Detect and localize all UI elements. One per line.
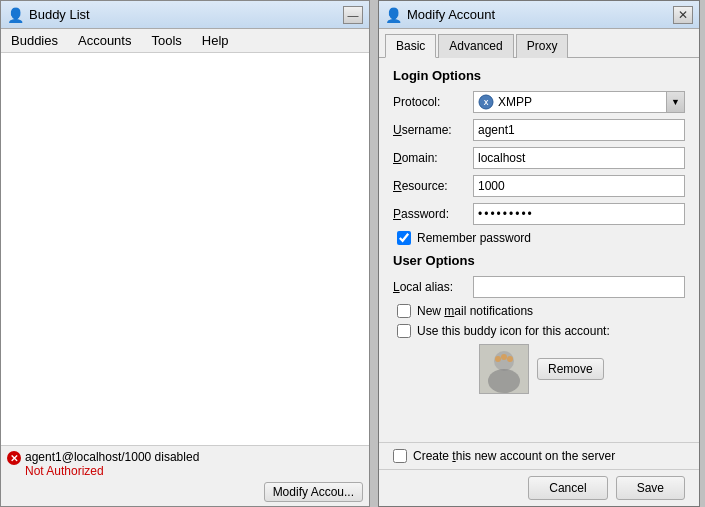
resource-input[interactable] bbox=[473, 175, 685, 197]
protocol-row: Protocol: X XMPP ▼ bbox=[393, 91, 685, 113]
user-options-section: User Options Local alias: New mail notif… bbox=[393, 253, 685, 394]
local-alias-input[interactable] bbox=[473, 276, 685, 298]
cancel-button[interactable]: Cancel bbox=[528, 476, 607, 500]
status-error-icon: ✕ bbox=[7, 451, 21, 465]
tab-bar: Basic Advanced Proxy bbox=[379, 29, 699, 58]
menu-accounts[interactable]: Accounts bbox=[72, 31, 137, 50]
dialog-title: Modify Account bbox=[407, 7, 667, 22]
buddy-list-icon: 👤 bbox=[7, 7, 23, 23]
create-account-checkbox[interactable] bbox=[393, 449, 407, 463]
svg-point-6 bbox=[501, 354, 507, 360]
buddy-icon-label: Use this buddy icon for this account: bbox=[417, 324, 610, 338]
domain-input[interactable] bbox=[473, 147, 685, 169]
password-row: Password: bbox=[393, 203, 685, 225]
login-options-title: Login Options bbox=[393, 68, 685, 83]
svg-point-7 bbox=[507, 356, 513, 362]
minimize-button[interactable]: — bbox=[343, 6, 363, 24]
username-row: Username: bbox=[393, 119, 685, 141]
save-button[interactable]: Save bbox=[616, 476, 685, 500]
password-input[interactable] bbox=[473, 203, 685, 225]
buddy-icon-image bbox=[480, 345, 528, 393]
menu-tools[interactable]: Tools bbox=[145, 31, 187, 50]
local-alias-label: Local alias: bbox=[393, 280, 473, 294]
protocol-label: Protocol: bbox=[393, 95, 473, 109]
mail-notifications-label: New mail notifications bbox=[417, 304, 533, 318]
domain-label: Domain: bbox=[393, 151, 473, 165]
tab-proxy[interactable]: Proxy bbox=[516, 34, 569, 58]
menu-buddies[interactable]: Buddies bbox=[5, 31, 64, 50]
username-input[interactable] bbox=[473, 119, 685, 141]
buddy-icon-row: Use this buddy icon for this account: bbox=[397, 324, 685, 338]
protocol-select[interactable]: X XMPP ▼ bbox=[473, 91, 685, 113]
resource-label: Resource: bbox=[393, 179, 473, 193]
modify-account-button[interactable]: Modify Accou... bbox=[264, 482, 363, 502]
svg-text:X: X bbox=[484, 99, 489, 106]
buddy-icon-preview bbox=[479, 344, 529, 394]
resource-row: Resource: bbox=[393, 175, 685, 197]
svg-point-5 bbox=[495, 356, 501, 362]
menubar: Buddies Accounts Tools Help bbox=[1, 29, 369, 53]
menu-help[interactable]: Help bbox=[196, 31, 235, 50]
buddy-status: ✕ agent1@localhost/1000 disabled Not Aut… bbox=[7, 450, 363, 478]
buddy-status-text: agent1@localhost/1000 disabled bbox=[25, 450, 199, 464]
buddy-list-titlebar: 👤 Buddy List — bbox=[1, 1, 369, 29]
remove-buddy-icon-button[interactable]: Remove bbox=[537, 358, 604, 380]
buddy-list-window: 👤 Buddy List — Buddies Accounts Tools He… bbox=[0, 0, 370, 507]
username-label: Username: bbox=[393, 123, 473, 137]
user-options-title: User Options bbox=[393, 253, 685, 268]
protocol-value: XMPP bbox=[498, 95, 532, 109]
tab-basic[interactable]: Basic bbox=[385, 34, 436, 58]
dialog-title-icon: 👤 bbox=[385, 7, 401, 23]
tab-advanced[interactable]: Advanced bbox=[438, 34, 513, 58]
not-authorized-text: Not Authorized bbox=[25, 464, 199, 478]
password-label: Password: bbox=[393, 207, 473, 221]
mail-notifications-checkbox[interactable] bbox=[397, 304, 411, 318]
remember-password-label: Remember password bbox=[417, 231, 531, 245]
dialog-body: Login Options Protocol: X XMPP ▼ Usernam… bbox=[379, 58, 699, 442]
create-account-row: Create this new account on the server bbox=[379, 442, 699, 469]
remember-password-checkbox[interactable] bbox=[397, 231, 411, 245]
dialog-titlebar: 👤 Modify Account ✕ bbox=[379, 1, 699, 29]
xmpp-icon: X bbox=[478, 94, 494, 110]
buddy-icon-area: Remove bbox=[479, 344, 685, 394]
mail-notifications-row: New mail notifications bbox=[397, 304, 685, 318]
svg-point-4 bbox=[488, 369, 520, 393]
create-account-label: Create this new account on the server bbox=[413, 449, 615, 463]
modify-account-dialog: 👤 Modify Account ✕ Basic Advanced Proxy … bbox=[378, 0, 700, 507]
protocol-dropdown-arrow[interactable]: ▼ bbox=[666, 92, 684, 112]
dialog-buttons: Cancel Save bbox=[379, 469, 699, 506]
close-button[interactable]: ✕ bbox=[673, 6, 693, 24]
buddy-list-footer: ✕ agent1@localhost/1000 disabled Not Aut… bbox=[1, 445, 369, 506]
domain-row: Domain: bbox=[393, 147, 685, 169]
buddy-list-title: Buddy List bbox=[29, 7, 337, 22]
buddy-icon-checkbox[interactable] bbox=[397, 324, 411, 338]
remember-password-row: Remember password bbox=[397, 231, 685, 245]
local-alias-row: Local alias: bbox=[393, 276, 685, 298]
buddy-list-content bbox=[1, 53, 369, 445]
